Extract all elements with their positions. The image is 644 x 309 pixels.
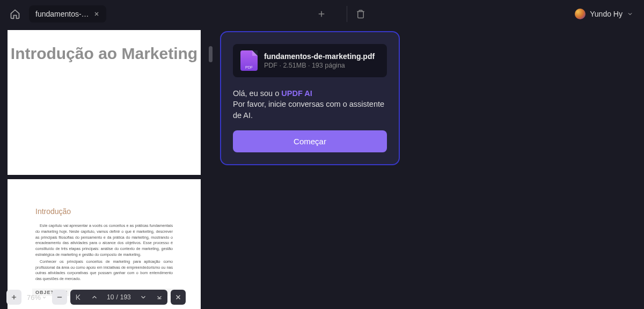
prev-page-button[interactable]	[86, 290, 103, 305]
add-tab-button[interactable]	[313, 6, 330, 22]
page-nav-group: 10 / 193	[70, 290, 167, 305]
zoom-out-button[interactable]	[52, 290, 67, 305]
tab-title: fundamentos-…	[35, 10, 89, 18]
start-button[interactable]: Começar	[233, 130, 387, 152]
zoom-in-button[interactable]	[6, 290, 21, 305]
pdf-toolbar: 76% 10 / 193	[6, 290, 186, 305]
user-menu[interactable]: Yundo Hy	[575, 9, 636, 19]
divider	[347, 6, 347, 22]
ai-card: fundamentos-de-marketing.pdf PDF · 2.51M…	[220, 31, 400, 165]
file-attachment[interactable]: fundamentos-de-marketing.pdf PDF · 2.51M…	[233, 44, 387, 77]
ai-assistant-pane: fundamentos-de-marketing.pdf PDF · 2.51M…	[215, 28, 644, 309]
pdf-viewer: Introdução ao Marketing Introdução Este …	[0, 28, 215, 309]
trash-icon[interactable]	[354, 7, 368, 21]
next-page-button[interactable]	[135, 290, 151, 305]
page-title: Introdução ao Marketing	[11, 43, 197, 64]
home-icon[interactable]	[8, 6, 23, 21]
scrollbar-thumb[interactable]	[209, 46, 213, 62]
page-number[interactable]: 10 / 193	[103, 290, 135, 305]
brand-name: UPDF AI	[281, 89, 312, 98]
pdf-page: Introdução ao Marketing	[8, 30, 201, 175]
last-page-button[interactable]	[151, 290, 167, 305]
pdf-file-icon	[240, 50, 258, 71]
close-tab-icon[interactable]	[93, 11, 100, 17]
zoom-level[interactable]: 76%	[25, 293, 49, 301]
avatar	[575, 9, 586, 19]
section-heading: Introdução	[35, 207, 173, 216]
first-page-button[interactable]	[70, 290, 86, 305]
chevron-down-icon	[627, 11, 633, 17]
body-text: Este capítulo vai apresentar a vocês os …	[35, 223, 173, 283]
ai-greeting: Olá, eu sou o UPDF AI Por favor, inicie …	[233, 88, 387, 121]
user-name: Yundo Hy	[590, 10, 623, 18]
file-name: fundamentos-de-marketing.pdf	[264, 52, 375, 61]
file-meta: PDF · 2.51MB · 193 página	[264, 62, 375, 69]
document-tab[interactable]: fundamentos-…	[29, 5, 106, 23]
close-toolbar-button[interactable]	[171, 290, 186, 305]
